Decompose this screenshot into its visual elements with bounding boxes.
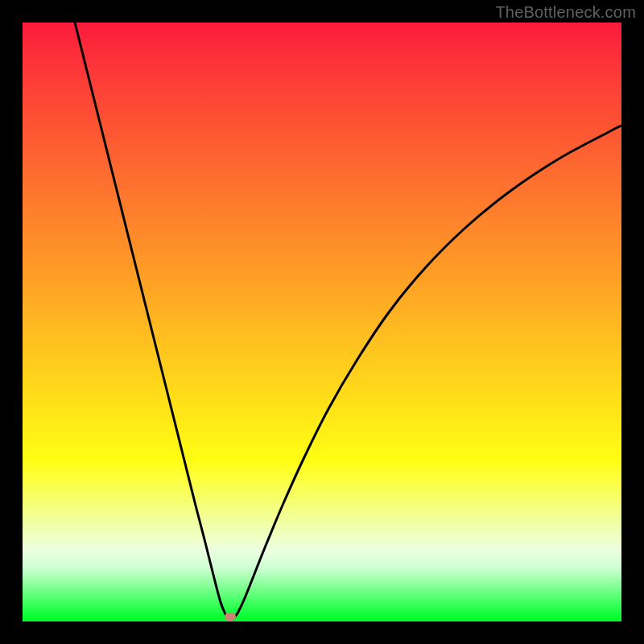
bottleneck-curve [75,23,621,619]
plot-area [23,23,621,621]
watermark-text: TheBottleneck.com [495,3,636,22]
chart-frame: TheBottleneck.com [0,0,644,644]
curve-svg [23,23,621,621]
optimal-point-marker [225,613,236,621]
